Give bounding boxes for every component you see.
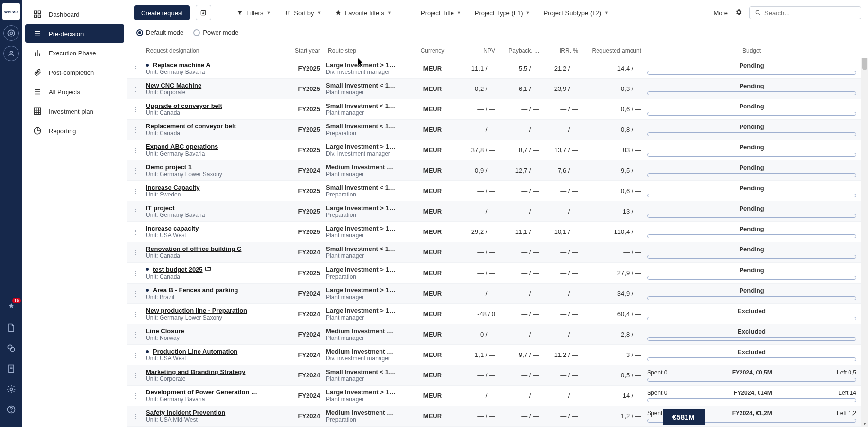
rail-icon-doc[interactable] [3, 361, 19, 376]
sidebar-item-dashboard[interactable]: Dashboard [25, 5, 124, 23]
col-header-startyear[interactable]: Start year [284, 43, 323, 58]
rail-icon-apps[interactable] [3, 25, 19, 41]
cell-currency: MEUR [411, 284, 454, 303]
project-title-dropdown[interactable]: Project Title▼ [417, 6, 465, 19]
cell-currency: MEUR [411, 345, 454, 365]
request-title-link[interactable]: Marketing and Branding Strategy [146, 368, 281, 375]
request-title-link[interactable]: Demo project 1 [146, 163, 281, 171]
col-header-requested[interactable]: Requested amount [581, 43, 644, 58]
drag-handle[interactable]: ⋮ [127, 160, 143, 180]
request-title-link[interactable]: Area B - Fences and parking [146, 286, 281, 294]
sidebar-item-predecision[interactable]: Pre-decision [25, 24, 124, 43]
rail-icon-user[interactable] [3, 46, 19, 61]
drag-handle[interactable]: ⋮ [127, 58, 143, 78]
request-title-link[interactable]: New production line - Preparation [146, 307, 281, 314]
request-title-link[interactable]: Renovation of offfice building C [146, 245, 281, 252]
status-bullet-icon [146, 268, 149, 271]
col-header-budget[interactable]: Budget [644, 43, 868, 58]
request-title-link[interactable]: Upgrade of conveyor belt [146, 102, 281, 109]
request-title-link[interactable]: Development of Power Generation … [146, 389, 281, 396]
drag-handle[interactable]: ⋮ [127, 304, 143, 324]
cell-year: FY2024 [284, 242, 323, 262]
drag-handle[interactable]: ⋮ [127, 99, 143, 119]
drag-handle[interactable]: ⋮ [127, 79, 143, 99]
request-title-link[interactable]: Increase Capacity [146, 184, 281, 191]
search-box[interactable] [749, 6, 861, 19]
mode-radio-power[interactable]: Power mode [193, 29, 238, 36]
request-title-link[interactable]: Expand ABC operations [146, 143, 281, 150]
request-title-link[interactable]: Production Line Automation [146, 348, 281, 355]
cell-payback: — / — [498, 406, 542, 426]
project-type-dropdown[interactable]: Project Type (L1)▼ [471, 6, 534, 19]
svg-point-2 [10, 51, 13, 53]
cell-irr: — / — [542, 242, 581, 262]
rail-icon-new-doc[interactable] [3, 320, 19, 336]
favorite-filters-dropdown[interactable]: Favorite filters▼ [331, 6, 396, 19]
sidebar-item-execution[interactable]: Execution Phase [25, 44, 124, 62]
col-header-route[interactable]: Route step [323, 43, 411, 58]
gear-icon[interactable] [735, 8, 742, 18]
brand-logo[interactable]: weissr [2, 3, 20, 20]
sortby-dropdown[interactable]: Sort by▼ [280, 6, 325, 19]
mode-radio-default[interactable]: Default mode [136, 29, 183, 36]
budget-status: Pending [647, 267, 856, 274]
budget-status: Pending [647, 205, 856, 212]
cell-npv: 29,2 / — [454, 222, 498, 242]
sidebar-item-allprojects[interactable]: All Projects [25, 83, 124, 101]
sidebar-item-investmentplan[interactable]: Investment plan [25, 102, 124, 121]
drag-handle[interactable]: ⋮ [127, 242, 143, 262]
col-header-designation[interactable]: Request designation [143, 43, 284, 58]
drag-handle[interactable]: ⋮ [127, 201, 143, 221]
col-header-irr[interactable]: IRR, % [542, 43, 581, 58]
route-step: Large Investment > 1… [326, 143, 408, 150]
request-title-link[interactable]: IT project [146, 204, 281, 212]
col-header-currency[interactable]: Currency [411, 43, 454, 58]
budget-bar [647, 132, 856, 136]
drag-handle[interactable]: ⋮ [127, 140, 143, 160]
scrollbar[interactable]: ▼ [861, 44, 868, 427]
request-title-link[interactable]: test budget 2025 [146, 266, 281, 273]
request-title-link[interactable]: Increase capacity [146, 225, 281, 232]
import-button[interactable] [196, 5, 211, 20]
cell-irr: — / — [542, 365, 581, 385]
svg-point-0 [8, 30, 14, 36]
drag-handle[interactable]: ⋮ [127, 120, 143, 140]
drag-handle[interactable]: ⋮ [127, 263, 143, 283]
col-header-npv[interactable]: NPV [454, 43, 498, 58]
drag-handle[interactable]: ⋮ [127, 386, 143, 406]
request-unit: Unit: Germany Bavaria [146, 396, 281, 403]
sidebar-item-postcompletion[interactable]: Post-completion [25, 63, 124, 82]
rail-icon-finance[interactable] [3, 340, 19, 356]
cell-year: FY2024 [284, 324, 323, 344]
cell-irr: 11.2 / — [542, 345, 581, 365]
drag-handle[interactable]: ⋮ [127, 181, 143, 201]
col-header-payback[interactable]: Payback, ... [498, 43, 542, 58]
cell-year: FY2025 [284, 222, 323, 242]
cell-budget: Spent 0FY2024, €14MLeft 14 [644, 386, 868, 406]
drag-handle[interactable]: ⋮ [127, 406, 143, 426]
cell-irr: — / — [542, 406, 581, 426]
rail-icon-help[interactable] [3, 402, 19, 417]
drag-handle[interactable]: ⋮ [127, 345, 143, 365]
table-row: ⋮Increase capacityUnit: USA WestFY2025La… [127, 222, 868, 242]
drag-handle[interactable]: ⋮ [127, 324, 143, 344]
drag-handle[interactable]: ⋮ [127, 365, 143, 385]
project-subtype-dropdown[interactable]: Project Subtype (L2)▼ [540, 6, 613, 19]
sidebar-item-reporting[interactable]: Reporting [25, 122, 124, 140]
request-title-link[interactable]: Replacement of conveyor belt [146, 123, 281, 130]
search-input[interactable] [764, 9, 856, 17]
cell-currency: MEUR [411, 181, 454, 201]
request-title-link[interactable]: Line Closure [146, 327, 281, 335]
more-link[interactable]: More [713, 9, 728, 17]
drag-handle[interactable]: ⋮ [127, 222, 143, 242]
create-request-button[interactable]: Create request [134, 5, 190, 20]
request-title-link[interactable]: Safety Incident Prevention [146, 409, 281, 416]
request-title-link[interactable]: Replace machine A [146, 61, 281, 69]
svg-point-30 [756, 10, 759, 14]
cell-npv: 11,1 / — [454, 58, 498, 78]
drag-handle[interactable]: ⋮ [127, 284, 143, 303]
filters-dropdown[interactable]: Filters▼ [233, 6, 274, 19]
request-title-link[interactable]: New CNC Machine [146, 82, 281, 89]
rail-icon-settings[interactable] [3, 381, 19, 397]
rail-icon-notifications[interactable]: 10 [3, 300, 19, 315]
